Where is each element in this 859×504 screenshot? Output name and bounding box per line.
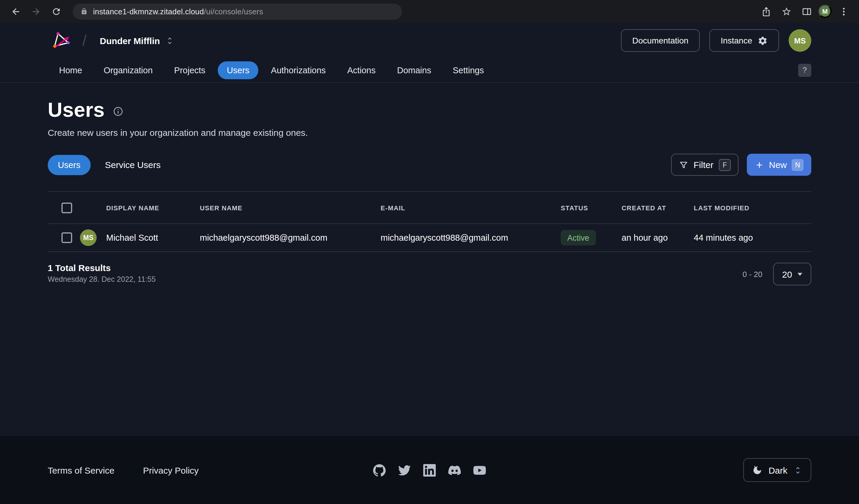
toggle-users[interactable]: Users [48, 155, 91, 175]
results-timestamp: Wednesday 28. Dec 2022, 11:55 [48, 275, 156, 284]
documentation-label: Documentation [632, 36, 689, 45]
github-icon[interactable] [373, 464, 386, 476]
cell-last-modified: 44 minutes ago [691, 224, 811, 252]
tab-home[interactable]: Home [50, 61, 91, 79]
url-path: /ui/console/users [204, 7, 263, 16]
toolbar-actions: Filter F New N [671, 154, 811, 176]
cell-display-name: Michael Scott [104, 224, 197, 252]
tab-users[interactable]: Users [218, 61, 259, 79]
page-title: Users [48, 98, 105, 122]
page-size-value: 20 [782, 269, 792, 279]
instance-label: Instance [721, 36, 752, 45]
lock-icon [80, 8, 88, 15]
cell-email: michaelgaryscott988@gmail.com [378, 224, 558, 252]
share-icon[interactable] [757, 3, 774, 20]
theme-label: Dark [769, 465, 787, 475]
org-name: Dunder Mifflin [100, 35, 160, 46]
new-shortcut-key: N [792, 159, 803, 171]
main-nav: Home Organization Projects Users Authori… [50, 58, 811, 82]
theme-toggle-button[interactable]: Dark [743, 458, 811, 482]
cell-user-name: michaelgaryscott988@gmail.com [197, 224, 378, 252]
back-icon[interactable] [7, 3, 24, 20]
column-email: E-MAIL [378, 191, 558, 224]
page-size-select[interactable]: 20 [773, 263, 811, 285]
column-last-modified: LAST MODIFIED [691, 191, 811, 224]
terms-of-service-link[interactable]: Terms of Service [48, 465, 114, 475]
tab-settings[interactable]: Settings [444, 61, 493, 79]
social-links [373, 464, 486, 476]
page-range: 0 - 20 [743, 270, 763, 279]
app-header: / Dunder Mifflin Documentation Instance [0, 22, 859, 83]
header-actions: Documentation Instance MS [621, 29, 811, 52]
caret-down-icon [798, 272, 802, 275]
gear-icon [757, 35, 768, 46]
twitter-icon[interactable] [398, 464, 411, 476]
filter-label: Filter [693, 160, 713, 170]
column-user-name: USER NAME [197, 191, 378, 224]
pagination: 0 - 20 20 [743, 263, 812, 285]
tab-projects[interactable]: Projects [165, 61, 214, 79]
list-toolbar: Users Service Users Filter F [48, 154, 811, 176]
table-row[interactable]: MS Michael Scott michaelgaryscott988@gma… [48, 224, 811, 252]
zitadel-logo-icon[interactable] [50, 29, 73, 52]
users-table: DISPLAY NAME USER NAME E-MAIL STATUS CRE… [48, 191, 811, 252]
browser-toolbar: instance1-dkmnzw.zitadel.cloud/ui/consol… [0, 0, 859, 22]
bookmark-star-icon[interactable] [778, 3, 795, 20]
column-status: STATUS [558, 191, 619, 224]
discord-icon[interactable] [448, 464, 461, 476]
moon-icon [753, 465, 763, 475]
org-switcher[interactable]: Dunder Mifflin [96, 33, 178, 48]
forward-icon[interactable] [27, 3, 44, 20]
theme-unfold-icon [794, 466, 802, 474]
page-subtitle: Create new users in your organization an… [48, 127, 811, 138]
linkedin-icon[interactable] [423, 464, 436, 476]
footer-links: Terms of Service Privacy Policy [48, 465, 199, 475]
documentation-button[interactable]: Documentation [621, 29, 700, 52]
browser-profile-avatar[interactable]: M [818, 5, 832, 18]
url-text: instance1-dkmnzw.zitadel.cloud/ui/consol… [93, 7, 263, 16]
filter-shortcut-key: F [719, 159, 731, 171]
row-avatar: MS [80, 230, 97, 246]
refresh-icon[interactable] [48, 3, 64, 20]
status-badge: Active [561, 230, 596, 246]
total-results: 1 Total Results [48, 263, 156, 273]
new-label: New [769, 160, 787, 170]
console-app: / Dunder Mifflin Documentation Instance [0, 22, 859, 504]
avatar-column-header [78, 191, 104, 224]
tab-organization[interactable]: Organization [94, 61, 161, 79]
breadcrumb-slash: / [82, 31, 87, 50]
filter-funnel-icon [679, 160, 688, 170]
column-created-at: CREATED AT [619, 191, 691, 224]
cell-created-at: an hour ago [619, 224, 691, 252]
main-content: Users Create new users in your organizat… [0, 83, 859, 436]
instance-button[interactable]: Instance [709, 29, 779, 52]
tab-actions[interactable]: Actions [338, 61, 385, 79]
info-icon[interactable] [112, 106, 123, 116]
filter-button[interactable]: Filter F [671, 154, 738, 176]
help-shortcut-button[interactable]: ? [798, 64, 811, 77]
tab-domains[interactable]: Domains [388, 61, 440, 79]
screen: instance1-dkmnzw.zitadel.cloud/ui/consol… [0, 0, 859, 504]
user-type-toggle: Users Service Users [48, 155, 161, 175]
page-footer: Terms of Service Privacy Policy [0, 436, 859, 504]
url-host: instance1-dkmnzw.zitadel.cloud [93, 7, 204, 16]
side-panel-icon[interactable] [798, 3, 815, 20]
youtube-icon[interactable] [473, 464, 486, 476]
address-bar[interactable]: instance1-dkmnzw.zitadel.cloud/ui/consol… [73, 3, 402, 19]
unfold-chevrons-icon [165, 36, 174, 45]
toggle-service-users[interactable]: Service Users [105, 160, 161, 170]
user-avatar[interactable]: MS [789, 29, 811, 52]
results-summary: 1 Total Results Wednesday 28. Dec 2022, … [48, 263, 156, 284]
table-header-row: DISPLAY NAME USER NAME E-MAIL STATUS CRE… [48, 191, 811, 224]
row-checkbox[interactable] [61, 232, 72, 243]
column-display-name: DISPLAY NAME [104, 191, 197, 224]
new-user-button[interactable]: New N [747, 154, 811, 176]
plus-icon [755, 160, 764, 170]
privacy-policy-link[interactable]: Privacy Policy [143, 465, 199, 475]
browser-menu-icon[interactable] [835, 3, 852, 20]
select-all-checkbox[interactable] [61, 202, 72, 213]
table-footer: 1 Total Results Wednesday 28. Dec 2022, … [48, 263, 811, 285]
page-title-row: Users [48, 98, 811, 122]
header-top-row: / Dunder Mifflin Documentation Instance [50, 22, 811, 58]
tab-authorizations[interactable]: Authorizations [262, 61, 335, 79]
